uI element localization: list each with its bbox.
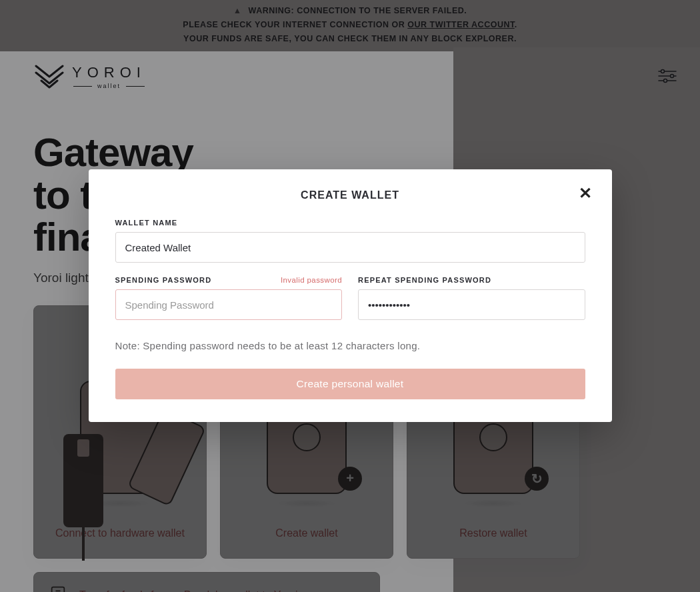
repeat-password-field: REPEAT SPENDING PASSWORD [358, 276, 585, 320]
spending-password-field: SPENDING PASSWORD Invalid password [115, 276, 343, 320]
create-wallet-button[interactable]: Create personal wallet [115, 369, 585, 399]
wallet-name-label: WALLET NAME [115, 219, 178, 227]
spending-password-input[interactable] [115, 289, 343, 320]
repeat-password-label: REPEAT SPENDING PASSWORD [358, 276, 491, 284]
wallet-name-input[interactable] [115, 232, 585, 263]
modal-title: CREATE WALLET [115, 189, 585, 201]
create-wallet-modal: ✕ CREATE WALLET WALLET NAME SPENDING PAS… [89, 169, 612, 422]
spending-password-error: Invalid password [281, 276, 342, 284]
password-note: Note: Spending password needs to be at l… [115, 340, 585, 351]
close-icon[interactable]: ✕ [579, 184, 592, 203]
wallet-name-field: WALLET NAME [115, 219, 585, 263]
modal-overlay: ✕ CREATE WALLET WALLET NAME SPENDING PAS… [0, 0, 700, 592]
spending-password-label: SPENDING PASSWORD [115, 276, 212, 284]
repeat-password-input[interactable] [358, 289, 585, 320]
